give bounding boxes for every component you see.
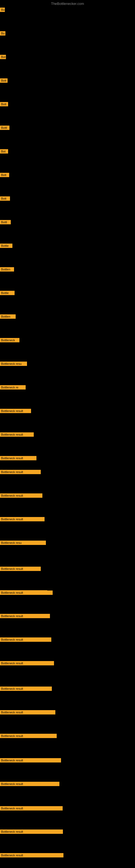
bar-item: Bottleneck re: [0, 385, 26, 391]
bar-item: Bottleneck: [0, 338, 19, 343]
bar-label: Bottleneck result: [0, 409, 31, 413]
bar-item: Bottleneck result: [0, 432, 34, 438]
bar-item: Bottleneck result: [0, 614, 50, 619]
bar-label: Bottleneck result: [0, 493, 42, 498]
bar-label: Bott: [0, 102, 8, 106]
bar-label: Bottleneck result: [0, 758, 61, 763]
bar-item: Bott: [0, 102, 8, 107]
bar-label: Bottleneck resu: [0, 540, 46, 545]
bar-item: Bottleneck result: [0, 638, 51, 643]
bar-item: Bottleneck result: [0, 517, 45, 522]
bar-label: Bottlen: [0, 267, 14, 272]
bar-item: Bottleneck result: [0, 456, 37, 461]
bar-label: Bot: [0, 149, 8, 154]
bar-item: Bottleneck result: [0, 830, 63, 835]
bar-label: Bott: [0, 173, 9, 177]
bar-label: Bottleneck result: [0, 638, 51, 642]
bar-item: Bottleneck result: [0, 661, 54, 666]
bar-label: Bottle: [0, 244, 12, 248]
bar-label: Bot: [0, 55, 6, 59]
bar-item: Bottleneck result: [0, 409, 31, 414]
bar-label: Bottleneck resu: [0, 362, 27, 366]
bar-item: Bott: [0, 79, 8, 84]
bar-item: Bottleneck result: [0, 567, 41, 572]
bar-item: Bo: [0, 31, 5, 37]
bar-label: Bottl: [0, 220, 11, 224]
bar-label: Bottleneck result: [0, 853, 63, 858]
bar-label: Bottleneck result: [0, 734, 57, 738]
bar-label: Bottleneck result: [0, 806, 63, 810]
bar-item: Bottl: [0, 126, 9, 131]
bar-item: Bottleneck result: [0, 782, 59, 787]
bar-item: Bot: [0, 55, 6, 60]
bar-item: Bottleneck result: [0, 758, 61, 764]
bar-item: Bott: [0, 173, 9, 178]
bar-label: Bottleneck result: [0, 661, 54, 665]
bar-item: Bottleneck result: [0, 710, 55, 716]
bar-label: Bott: [0, 79, 8, 83]
bar-item: Bot: [0, 149, 8, 155]
bar-item: Bottleneck result: [0, 734, 57, 739]
bar-item: Bottleneck result: [0, 806, 63, 812]
bar-item: Bo: [0, 8, 5, 13]
bar-item: Bottlen: [0, 314, 16, 320]
bar-label: Bottleneck result: [0, 456, 37, 460]
bar-label: Bottleneck result: [0, 590, 53, 595]
bar-item: Bott: [0, 196, 10, 202]
bar-label: Bo: [0, 31, 5, 35]
bar-label: Bottleneck result: [0, 517, 45, 521]
bar-label: Bottlen: [0, 314, 16, 319]
bar-item: Bottle: [0, 244, 12, 249]
bar-label: Bottleneck result: [0, 470, 41, 474]
bar-label: Bottl: [0, 126, 9, 130]
bar-label: Bottleneck result: [0, 614, 50, 618]
bar-item: Bottleneck result: [0, 686, 52, 692]
bar-item: Bottleneck result: [0, 590, 53, 596]
bar-label: Bottleneck result: [0, 710, 55, 714]
bar-item: Bottleneck result: [0, 853, 63, 859]
site-title: TheBottlenecker.com: [51, 2, 84, 6]
bar-label: Bottleneck result: [0, 567, 41, 571]
bar-item: Bottleneck result: [0, 493, 42, 499]
bar-label: Bottleneck result: [0, 782, 59, 786]
bar-label: Bottleneck: [0, 338, 19, 342]
bar-label: Bott: [0, 196, 10, 201]
bar-label: Bottle: [0, 291, 14, 295]
bar-label: Bottleneck result: [0, 830, 63, 834]
bar-label: Bo: [0, 8, 5, 12]
bar-label: Bottleneck re: [0, 385, 26, 390]
bar-label: Bottleneck result: [0, 432, 34, 437]
bar-item: Bottleneck resu: [0, 362, 27, 367]
bar-item: Bottle: [0, 291, 14, 296]
bar-item: Bottl: [0, 220, 11, 225]
bar-item: Bottlen: [0, 267, 14, 273]
bar-item: Bottleneck result: [0, 470, 41, 475]
bar-item: Bottleneck resu: [0, 540, 46, 546]
bar-label: Bottleneck result: [0, 686, 52, 691]
